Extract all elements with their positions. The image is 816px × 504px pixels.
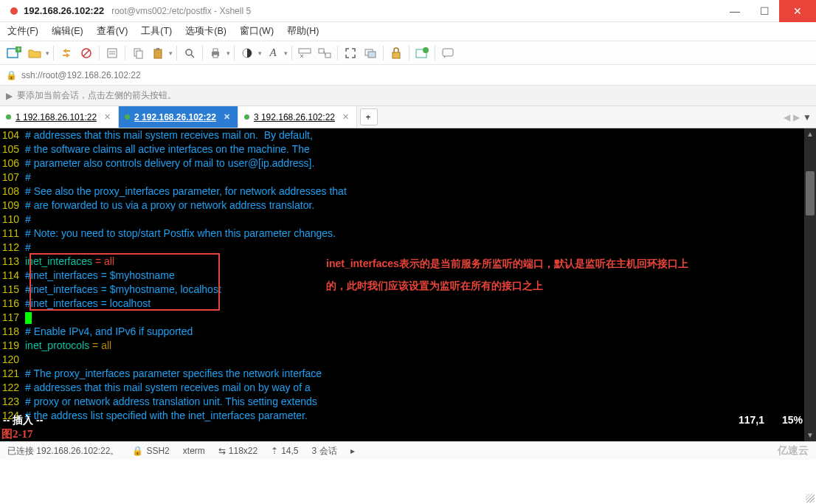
app-dot-icon bbox=[10, 7, 18, 15]
tab-close-icon[interactable]: ✕ bbox=[104, 112, 111, 122]
line-number: 121 bbox=[0, 367, 25, 381]
status-dot-icon bbox=[244, 114, 249, 120]
open-session-button[interactable] bbox=[26, 44, 44, 63]
line-number: 107 bbox=[0, 170, 25, 184]
vim-mode: -- 插入 -- bbox=[0, 413, 43, 427]
session-tab-1[interactable]: 1 192.168.26.101:22 ✕ bbox=[0, 106, 119, 128]
figure-label: 图2-17 bbox=[1, 427, 33, 441]
svg-rect-5 bbox=[108, 49, 117, 58]
title-path: root@vms002:/etc/postfix - Xshell 5 bbox=[111, 6, 251, 16]
reconnect-button[interactable] bbox=[58, 44, 75, 63]
status-proto: 🔒SSH2 bbox=[132, 446, 169, 456]
menu-edit[interactable]: 编辑(E) bbox=[52, 25, 83, 38]
status-cursor: ⇡14,5 bbox=[271, 446, 298, 456]
vim-pct: 15% bbox=[782, 413, 803, 427]
properties-button[interactable] bbox=[103, 44, 121, 63]
print-button[interactable] bbox=[207, 44, 224, 63]
lock-icon: 🔒 bbox=[6, 70, 17, 80]
svg-rect-25 bbox=[368, 52, 376, 58]
line-number: 112 bbox=[0, 241, 25, 255]
line-content: # the address list specified with the in… bbox=[25, 409, 308, 423]
terminal-line: 117 bbox=[0, 311, 816, 325]
status-size: ⇆118x22 bbox=[218, 446, 257, 456]
tab-next-icon[interactable]: ▶ bbox=[793, 112, 800, 122]
watermark-logo: 亿速云 bbox=[778, 444, 809, 458]
status-dot-icon bbox=[6, 114, 11, 120]
transparency-button[interactable] bbox=[362, 44, 379, 63]
lock-button[interactable] bbox=[387, 44, 405, 63]
line-number: 123 bbox=[0, 395, 25, 409]
scroll-up-icon[interactable]: ▲ bbox=[804, 128, 816, 140]
help-button[interactable] bbox=[439, 44, 457, 63]
terminal-line: 124# the address list specified with the… bbox=[0, 409, 816, 423]
svg-rect-15 bbox=[213, 49, 218, 52]
terminal-line: 123# proxy or network address translatio… bbox=[0, 395, 816, 409]
fullscreen-button[interactable] bbox=[342, 44, 359, 63]
line-content: #inet_interfaces = $myhostname, localhos… bbox=[25, 283, 221, 297]
terminal-line: 109# are forwarded to us via a proxy or … bbox=[0, 199, 816, 213]
compose-bar-button[interactable] bbox=[296, 44, 314, 63]
tab-list-icon[interactable]: ▼ bbox=[803, 112, 812, 122]
terminal-line: 118# Enable IPv4, and IPv6 if supported bbox=[0, 325, 816, 339]
svg-line-4 bbox=[83, 50, 89, 56]
toolbar: + ▾ ▾ ▾ ▾ A ▾ bbox=[0, 41, 816, 65]
tab-prev-icon[interactable]: ◀ bbox=[784, 112, 790, 122]
vim-pos: 117,1 bbox=[739, 413, 764, 427]
svg-rect-9 bbox=[136, 51, 142, 58]
xftp-button[interactable] bbox=[413, 44, 431, 63]
tab-nav: ◀ ▶ ▼ bbox=[779, 106, 816, 128]
menu-help[interactable]: 帮助(H) bbox=[287, 25, 319, 38]
menu-bar: 文件(F) 编辑(E) 查看(V) 工具(T) 选项卡(B) 窗口(W) 帮助(… bbox=[0, 22, 816, 41]
menu-view[interactable]: 查看(V) bbox=[97, 25, 128, 38]
title-ip: 192.168.26.102:22 bbox=[24, 5, 104, 16]
terminal-line: 108# See also the proxy_interfaces param… bbox=[0, 184, 816, 199]
maximize-button[interactable]: ☐ bbox=[750, 0, 779, 22]
status-dropdown-icon[interactable]: ▸ bbox=[350, 446, 355, 456]
line-content: #inet_interfaces = localhost bbox=[25, 297, 151, 311]
status-bar: 已连接 192.168.26.102:22。 🔒SSH2 xterm ⇆118x… bbox=[0, 441, 816, 460]
status-connection: 已连接 192.168.26.102:22。 bbox=[7, 445, 119, 458]
menu-tabs[interactable]: 选项卡(B) bbox=[185, 25, 227, 38]
menu-tools[interactable]: 工具(T) bbox=[141, 25, 172, 38]
tab-close-icon[interactable]: ✕ bbox=[224, 112, 230, 122]
svg-rect-16 bbox=[213, 55, 218, 58]
find-button[interactable] bbox=[181, 44, 198, 63]
close-button[interactable]: ✕ bbox=[779, 0, 816, 22]
annotation-line-1: inet_interfaces表示的是当前服务所监听的端口，默认是监听在主机回环… bbox=[326, 252, 688, 275]
terminal-scrollbar[interactable]: ▲ ▼ bbox=[804, 128, 816, 441]
resize-grip-icon[interactable] bbox=[806, 494, 815, 503]
line-number: 111 bbox=[0, 227, 25, 241]
terminal-line: 104# addresses that this mail system rec… bbox=[0, 128, 816, 142]
line-number: 106 bbox=[0, 156, 25, 170]
scroll-down-icon[interactable]: ▼ bbox=[804, 429, 816, 441]
line-content bbox=[25, 311, 32, 325]
session-tab-3[interactable]: 3 192.168.26.102:22 ✕ bbox=[238, 106, 357, 128]
font-button[interactable]: A bbox=[264, 44, 282, 63]
line-number: 122 bbox=[0, 381, 25, 395]
line-content: # The proxy_interfaces parameter specifi… bbox=[25, 367, 322, 381]
line-content: # Note: you need to stop/start Postfix w… bbox=[25, 227, 336, 241]
scroll-thumb[interactable] bbox=[806, 171, 815, 215]
paste-button[interactable] bbox=[149, 44, 167, 63]
session-tab-2[interactable]: 2 192.168.26.102:22 ✕ bbox=[119, 106, 238, 128]
terminal-line: 116#inet_interfaces = localhost bbox=[0, 297, 816, 311]
menu-file[interactable]: 文件(F) bbox=[7, 25, 38, 38]
address-bar[interactable]: 🔒 ssh://root@192.168.26.102:22 bbox=[0, 65, 816, 86]
copy-button[interactable] bbox=[129, 44, 147, 63]
svg-rect-18 bbox=[299, 49, 311, 53]
status-term: xterm bbox=[183, 446, 205, 456]
line-number: 109 bbox=[0, 199, 25, 213]
menu-window[interactable]: 窗口(W) bbox=[240, 25, 274, 38]
minimize-button[interactable]: — bbox=[720, 0, 750, 22]
disconnect-button[interactable] bbox=[77, 44, 95, 63]
session-tabs: 1 192.168.26.101:22 ✕ 2 192.168.26.102:2… bbox=[0, 106, 816, 128]
color-scheme-button[interactable] bbox=[238, 44, 256, 63]
tab-close-icon[interactable]: ✕ bbox=[342, 112, 349, 122]
new-session-button[interactable]: + bbox=[4, 44, 24, 63]
tunneling-button[interactable] bbox=[316, 44, 333, 63]
line-number: 114 bbox=[0, 269, 25, 283]
hint-bar: ▶ 要添加当前会话，点击左侧的箭头按钮。 bbox=[0, 86, 816, 106]
hint-arrow-icon[interactable]: ▶ bbox=[6, 91, 13, 101]
new-tab-button[interactable]: + bbox=[360, 108, 378, 125]
terminal[interactable]: 104# addresses that this mail system rec… bbox=[0, 128, 816, 441]
